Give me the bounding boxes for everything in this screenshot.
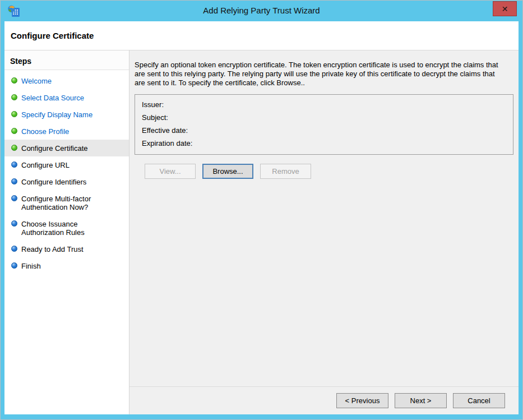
- step-configure-url[interactable]: Configure URL: [4, 156, 129, 173]
- step-status-icon: [11, 161, 17, 168]
- certificate-field-label: Subject:: [142, 113, 168, 122]
- step-label: Configure Certificate: [21, 144, 88, 153]
- step-configure-multi-factor[interactable]: Configure Multi-factor Authentication No…: [4, 190, 129, 215]
- remove-button[interactable]: Remove: [260, 164, 311, 179]
- step-configure-identifiers[interactable]: Configure Identifiers: [4, 173, 129, 190]
- step-label: Configure URL: [21, 161, 70, 169]
- step-label: Finish: [21, 262, 41, 270]
- step-specify-display-name[interactable]: Specify Display Name: [4, 106, 129, 123]
- browse-button[interactable]: Browse...: [202, 164, 253, 179]
- step-status-icon: [11, 262, 17, 269]
- certificate-field-row: Expiration date:: [142, 137, 506, 150]
- close-icon: ✕: [502, 4, 508, 13]
- certificate-field-row: Effective date:: [142, 124, 506, 137]
- step-status-icon: [11, 128, 17, 134]
- step-finish[interactable]: Finish: [4, 257, 129, 274]
- certificate-field-row: Issuer:: [142, 98, 506, 111]
- step-configure-certificate[interactable]: Configure Certificate: [4, 140, 129, 156]
- wizard-navigation-footer: < Previous Next > Cancel: [129, 386, 519, 414]
- step-choose-issuance-rules[interactable]: Choose Issuance Authorization Rules: [4, 215, 129, 241]
- step-status-icon: [11, 246, 17, 252]
- step-status-icon: [11, 77, 17, 84]
- step-status-icon: [11, 195, 17, 201]
- step-label: Select Data Source: [21, 94, 84, 102]
- step-select-data-source[interactable]: Select Data Source: [4, 89, 129, 106]
- step-label: Configure Multi-factor Authentication No…: [21, 195, 111, 211]
- step-status-icon: [11, 111, 17, 117]
- dialog-body: Steps Welcome Select Data Source: [4, 50, 519, 414]
- step-status-icon: [11, 94, 17, 100]
- step-label: Choose Issuance Authorization Rules: [21, 220, 111, 237]
- step-status-icon: [11, 220, 17, 227]
- certificate-action-buttons: View... Browse... Remove: [145, 164, 513, 179]
- step-label: Ready to Add Trust: [21, 245, 84, 253]
- step-welcome[interactable]: Welcome: [4, 72, 129, 89]
- certificate-info-box: Issuer: Subject: Effective date:: [135, 94, 513, 155]
- adfs-app-icon: [7, 4, 21, 18]
- description-text: Specify an optional token encryption cer…: [135, 61, 506, 87]
- certificate-field-label: Expiration date:: [142, 139, 192, 147]
- next-button[interactable]: Next >: [395, 393, 447, 408]
- step-label: Specify Display Name: [21, 110, 92, 119]
- steps-sidebar: Steps Welcome Select Data Source: [4, 50, 129, 414]
- step-choose-profile[interactable]: Choose Profile: [4, 123, 129, 140]
- steps-header: Steps: [4, 50, 129, 70]
- certificate-field-label: Effective date:: [142, 126, 188, 135]
- window-title: Add Relying Party Trust Wizard: [1, 1, 522, 21]
- step-label: Configure Identifiers: [21, 178, 86, 186]
- step-label: Choose Profile: [21, 127, 69, 136]
- step-ready-to-add-trust[interactable]: Ready to Add Trust: [4, 241, 129, 257]
- step-status-icon: [11, 178, 17, 184]
- dialog-surface: Configure Certificate Steps Welcome Sele…: [4, 21, 519, 414]
- close-button[interactable]: ✕: [493, 1, 517, 16]
- previous-button[interactable]: < Previous: [336, 393, 388, 408]
- content-pane: Specify an optional token encryption cer…: [129, 50, 519, 414]
- step-status-icon: [11, 145, 17, 151]
- step-label: Welcome: [21, 77, 52, 85]
- wizard-window: Add Relying Party Trust Wizard ✕ Configu…: [0, 0, 523, 420]
- view-button[interactable]: View...: [145, 164, 196, 179]
- titlebar: Add Relying Party Trust Wizard ✕: [1, 1, 522, 21]
- certificate-field-row: Subject:: [142, 111, 506, 124]
- cancel-button[interactable]: Cancel: [453, 393, 505, 408]
- certificate-field-label: Issuer:: [142, 100, 164, 109]
- steps-list: Welcome Select Data Source Specify Displ…: [4, 72, 129, 274]
- page-title: Configure Certificate: [4, 21, 519, 50]
